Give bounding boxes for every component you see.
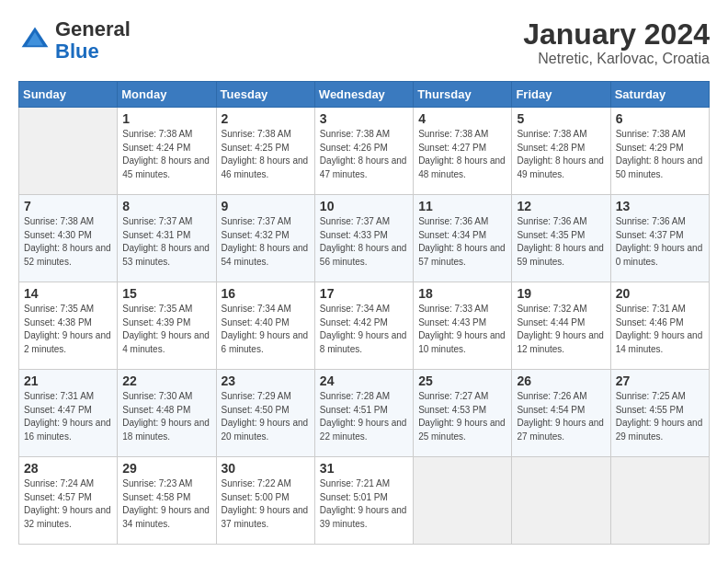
day-number: 28 <box>24 461 112 476</box>
calendar-cell: 26Sunrise: 7:26 AMSunset: 4:54 PMDayligh… <box>512 370 610 457</box>
header-monday: Monday <box>118 82 216 108</box>
day-info: Sunrise: 7:30 AMSunset: 4:48 PMDaylight:… <box>122 390 210 443</box>
calendar-header: SundayMondayTuesdayWednesdayThursdayFrid… <box>19 82 710 108</box>
day-number: 19 <box>517 286 605 301</box>
calendar-cell <box>610 457 709 545</box>
day-info: Sunrise: 7:21 AMSunset: 5:01 PMDaylight:… <box>320 477 408 531</box>
calendar-cell: 18Sunrise: 7:33 AMSunset: 4:43 PMDayligh… <box>414 282 512 370</box>
header-thursday: Thursday <box>414 82 512 108</box>
week-row-5: 28Sunrise: 7:24 AMSunset: 4:57 PMDayligh… <box>19 457 710 545</box>
day-info: Sunrise: 7:35 AMSunset: 4:39 PMDaylight:… <box>122 303 210 356</box>
calendar-cell: 31Sunrise: 7:21 AMSunset: 5:01 PMDayligh… <box>314 457 413 545</box>
calendar-cell: 1Sunrise: 7:38 AMSunset: 4:24 PMDaylight… <box>118 108 216 195</box>
title-block: January 2024 Netretic, Karlovac, Croatia <box>523 18 710 67</box>
logo-text: General Blue <box>55 18 131 63</box>
calendar-cell: 7Sunrise: 7:38 AMSunset: 4:30 PMDaylight… <box>19 195 118 282</box>
header-tuesday: Tuesday <box>216 82 314 108</box>
day-number: 21 <box>24 373 112 388</box>
day-info: Sunrise: 7:29 AMSunset: 4:50 PMDaylight:… <box>222 390 310 443</box>
day-info: Sunrise: 7:36 AMSunset: 4:34 PMDaylight:… <box>418 215 506 269</box>
header-row: SundayMondayTuesdayWednesdayThursdayFrid… <box>19 82 710 108</box>
calendar-cell: 6Sunrise: 7:38 AMSunset: 4:29 PMDaylight… <box>610 108 709 195</box>
day-number: 5 <box>517 111 605 126</box>
header-saturday: Saturday <box>610 82 709 108</box>
calendar-cell: 27Sunrise: 7:25 AMSunset: 4:55 PMDayligh… <box>610 370 709 457</box>
calendar-cell: 11Sunrise: 7:36 AMSunset: 4:34 PMDayligh… <box>414 195 512 282</box>
month-title: January 2024 <box>523 18 710 51</box>
day-info: Sunrise: 7:38 AMSunset: 4:28 PMDaylight:… <box>517 128 605 181</box>
page-header: General Blue January 2024 Netretic, Karl… <box>18 18 710 67</box>
header-wednesday: Wednesday <box>314 82 413 108</box>
day-number: 31 <box>320 461 408 476</box>
calendar-cell: 8Sunrise: 7:37 AMSunset: 4:31 PMDaylight… <box>118 195 216 282</box>
day-number: 1 <box>122 111 210 126</box>
day-number: 3 <box>320 111 408 126</box>
calendar-cell: 13Sunrise: 7:36 AMSunset: 4:37 PMDayligh… <box>610 195 709 282</box>
calendar-cell: 2Sunrise: 7:38 AMSunset: 4:25 PMDaylight… <box>216 108 314 195</box>
calendar-cell: 24Sunrise: 7:28 AMSunset: 4:51 PMDayligh… <box>314 370 413 457</box>
logo: General Blue <box>18 18 131 63</box>
day-number: 29 <box>122 461 210 476</box>
day-info: Sunrise: 7:37 AMSunset: 4:31 PMDaylight:… <box>122 215 210 269</box>
day-number: 30 <box>222 461 310 476</box>
calendar-cell: 14Sunrise: 7:35 AMSunset: 4:38 PMDayligh… <box>19 282 118 370</box>
calendar-cell: 4Sunrise: 7:38 AMSunset: 4:27 PMDaylight… <box>414 108 512 195</box>
day-number: 18 <box>418 286 506 301</box>
day-info: Sunrise: 7:34 AMSunset: 4:42 PMDaylight:… <box>320 303 408 356</box>
day-info: Sunrise: 7:38 AMSunset: 4:26 PMDaylight:… <box>320 128 408 181</box>
calendar-cell: 21Sunrise: 7:31 AMSunset: 4:47 PMDayligh… <box>19 370 118 457</box>
calendar-cell <box>19 108 118 195</box>
calendar-table: SundayMondayTuesdayWednesdayThursdayFrid… <box>18 81 710 545</box>
day-number: 4 <box>418 111 506 126</box>
day-info: Sunrise: 7:24 AMSunset: 4:57 PMDaylight:… <box>24 477 112 531</box>
location: Netretic, Karlovac, Croatia <box>523 51 710 67</box>
day-number: 8 <box>122 199 210 213</box>
day-info: Sunrise: 7:32 AMSunset: 4:44 PMDaylight:… <box>517 303 605 356</box>
day-number: 17 <box>320 286 408 301</box>
day-info: Sunrise: 7:36 AMSunset: 4:35 PMDaylight:… <box>517 215 605 269</box>
day-info: Sunrise: 7:27 AMSunset: 4:53 PMDaylight:… <box>418 390 506 443</box>
calendar-cell: 28Sunrise: 7:24 AMSunset: 4:57 PMDayligh… <box>19 457 118 545</box>
week-row-1: 1Sunrise: 7:38 AMSunset: 4:24 PMDaylight… <box>19 108 710 195</box>
day-number: 9 <box>222 199 310 213</box>
day-info: Sunrise: 7:25 AMSunset: 4:55 PMDaylight:… <box>616 390 704 443</box>
day-info: Sunrise: 7:37 AMSunset: 4:33 PMDaylight:… <box>320 215 408 269</box>
calendar-cell: 5Sunrise: 7:38 AMSunset: 4:28 PMDaylight… <box>512 108 610 195</box>
header-sunday: Sunday <box>19 82 118 108</box>
day-number: 27 <box>616 373 704 388</box>
calendar-cell: 25Sunrise: 7:27 AMSunset: 4:53 PMDayligh… <box>414 370 512 457</box>
week-row-2: 7Sunrise: 7:38 AMSunset: 4:30 PMDaylight… <box>19 195 710 282</box>
calendar-cell: 15Sunrise: 7:35 AMSunset: 4:39 PMDayligh… <box>118 282 216 370</box>
day-info: Sunrise: 7:38 AMSunset: 4:27 PMDaylight:… <box>418 128 506 181</box>
calendar-body: 1Sunrise: 7:38 AMSunset: 4:24 PMDaylight… <box>19 108 710 545</box>
day-number: 16 <box>222 286 310 301</box>
calendar-cell: 19Sunrise: 7:32 AMSunset: 4:44 PMDayligh… <box>512 282 610 370</box>
calendar-cell: 12Sunrise: 7:36 AMSunset: 4:35 PMDayligh… <box>512 195 610 282</box>
calendar-cell: 22Sunrise: 7:30 AMSunset: 4:48 PMDayligh… <box>118 370 216 457</box>
day-number: 10 <box>320 199 408 213</box>
day-info: Sunrise: 7:35 AMSunset: 4:38 PMDaylight:… <box>24 303 112 356</box>
day-number: 26 <box>517 373 605 388</box>
calendar-cell: 16Sunrise: 7:34 AMSunset: 4:40 PMDayligh… <box>216 282 314 370</box>
day-number: 13 <box>616 199 704 213</box>
week-row-3: 14Sunrise: 7:35 AMSunset: 4:38 PMDayligh… <box>19 282 710 370</box>
day-number: 23 <box>222 373 310 388</box>
day-number: 7 <box>24 199 112 213</box>
day-info: Sunrise: 7:38 AMSunset: 4:25 PMDaylight:… <box>222 128 310 181</box>
calendar-cell: 23Sunrise: 7:29 AMSunset: 4:50 PMDayligh… <box>216 370 314 457</box>
day-info: Sunrise: 7:38 AMSunset: 4:29 PMDaylight:… <box>616 128 704 181</box>
day-number: 20 <box>616 286 704 301</box>
day-number: 22 <box>122 373 210 388</box>
logo-general: General <box>55 17 131 40</box>
calendar-cell: 10Sunrise: 7:37 AMSunset: 4:33 PMDayligh… <box>314 195 413 282</box>
day-info: Sunrise: 7:37 AMSunset: 4:32 PMDaylight:… <box>222 215 310 269</box>
calendar-cell <box>414 457 512 545</box>
day-info: Sunrise: 7:31 AMSunset: 4:46 PMDaylight:… <box>616 303 704 356</box>
logo-icon <box>18 24 51 57</box>
calendar-cell: 17Sunrise: 7:34 AMSunset: 4:42 PMDayligh… <box>314 282 413 370</box>
day-info: Sunrise: 7:36 AMSunset: 4:37 PMDaylight:… <box>616 215 704 269</box>
day-number: 2 <box>222 111 310 126</box>
day-info: Sunrise: 7:34 AMSunset: 4:40 PMDaylight:… <box>222 303 310 356</box>
calendar-cell <box>512 457 610 545</box>
day-number: 6 <box>616 111 704 126</box>
